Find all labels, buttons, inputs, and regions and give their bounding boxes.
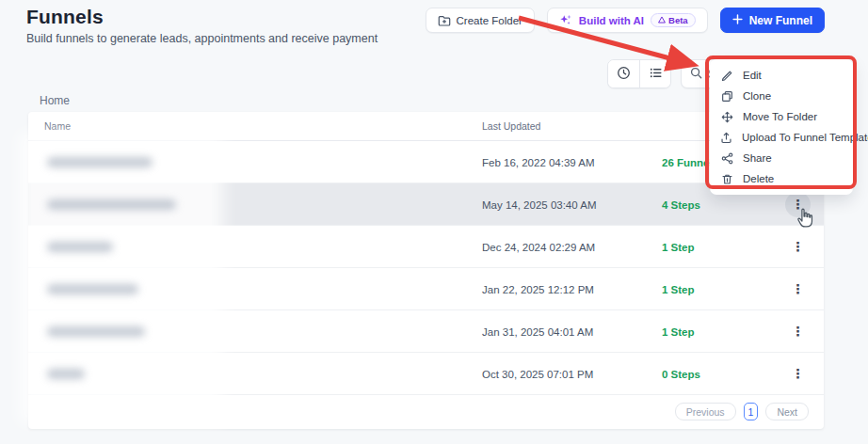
create-folder-button[interactable]: Create Folder xyxy=(426,8,535,33)
row-actions-cell: ⋮ xyxy=(772,319,824,344)
step-count-cell: 1 Step xyxy=(662,280,772,297)
last-updated-cell: Jan 31, 2025 04:01 AM xyxy=(482,323,662,340)
clone-icon xyxy=(720,90,733,103)
build-with-ai-button[interactable]: Build with AI Beta xyxy=(547,8,708,33)
row-menu-button[interactable]: ⋮ xyxy=(785,319,811,344)
share-icon xyxy=(720,152,733,165)
upload-icon xyxy=(720,132,732,144)
table-row[interactable]: May 14, 2025 03:40 AM 4 Steps ⋮ xyxy=(28,183,824,226)
list-view-button[interactable] xyxy=(639,60,670,87)
beta-badge-label: Beta xyxy=(668,16,688,25)
row-context-menu: Edit Clone Move To Folder Upload To Funn… xyxy=(710,59,853,195)
table-header-row: Name Last Updated xyxy=(28,112,824,141)
row-menu-button[interactable]: ⋮ xyxy=(785,361,811,387)
clock-icon xyxy=(617,66,631,83)
header-actions: Create Folder Build with AI Beta xyxy=(426,8,825,33)
trash-icon xyxy=(720,173,733,185)
step-count-cell: 1 Step xyxy=(662,323,772,340)
last-updated-cell: May 14, 2025 03:40 AM xyxy=(482,196,662,213)
pencil-icon xyxy=(720,70,733,82)
previous-page-button[interactable]: Previous xyxy=(675,403,736,420)
next-page-button[interactable]: Next xyxy=(765,403,809,420)
funnel-name-cell xyxy=(28,326,482,337)
table-row[interactable]: Jan 22, 2025 12:12 PM 1 Step ⋮ xyxy=(28,268,824,310)
step-count-cell: 4 Steps xyxy=(662,196,772,213)
funnel-name-cell xyxy=(28,369,482,379)
funnel-name-cell xyxy=(28,199,482,210)
folder-plus-icon xyxy=(438,14,451,27)
history-button[interactable] xyxy=(608,60,639,87)
row-actions-cell: ⋮ xyxy=(772,192,824,217)
list-icon xyxy=(649,66,663,83)
table-row[interactable]: Dec 24, 2024 02:29 AM 1 Step ⋮ xyxy=(28,226,824,268)
row-actions-cell: ⋮ xyxy=(772,234,824,260)
build-with-ai-label: Build with AI xyxy=(579,15,644,26)
last-updated-cell: Oct 30, 2025 07:01 PM xyxy=(482,365,662,382)
move-icon xyxy=(720,111,733,123)
funnel-name-cell xyxy=(28,242,482,252)
row-actions-cell: ⋮ xyxy=(772,361,824,387)
blurred-funnel-name xyxy=(47,369,85,379)
current-page-button[interactable]: 1 xyxy=(744,403,759,420)
column-header-name: Name xyxy=(28,120,482,132)
hand-cursor-icon xyxy=(794,206,815,232)
search-icon xyxy=(690,66,702,83)
new-funnel-button[interactable]: New Funnel xyxy=(720,8,825,33)
funnels-page: Funnels Build funnels to generate leads,… xyxy=(0,0,868,444)
breadcrumb: Home xyxy=(40,94,70,107)
row-actions-cell: ⋮ xyxy=(772,277,824,302)
menu-item-edit[interactable]: Edit xyxy=(710,65,853,86)
view-toggle-group xyxy=(607,59,671,88)
menu-item-delete[interactable]: Delete xyxy=(710,168,853,189)
table-row[interactable]: Feb 16, 2022 04:39 AM 26 Funnels ⋮ xyxy=(28,141,824,183)
menu-item-upload-to-funnel-templates[interactable]: Upload To Funnel Templates xyxy=(710,127,853,148)
column-header-last-updated: Last Updated xyxy=(482,120,662,132)
sparkles-icon xyxy=(559,13,572,27)
row-menu-button[interactable]: ⋮ xyxy=(785,277,811,302)
plus-icon xyxy=(732,14,743,27)
last-updated-cell: Dec 24, 2024 02:29 AM xyxy=(482,238,662,255)
step-count-cell: 1 Step xyxy=(662,238,772,255)
triangle-icon xyxy=(658,16,666,25)
last-updated-cell: Jan 22, 2025 12:12 PM xyxy=(482,280,662,297)
funnel-name-cell xyxy=(28,284,482,294)
page-title: Funnels xyxy=(26,6,104,28)
table-row[interactable]: Oct 30, 2025 07:01 PM 0 Steps ⋮ xyxy=(28,353,824,395)
table-row[interactable]: Jan 31, 2025 04:01 AM 1 Step ⋮ xyxy=(28,310,824,353)
menu-item-move-to-folder[interactable]: Move To Folder xyxy=(710,106,853,127)
funnel-name-cell xyxy=(28,157,482,167)
step-count-cell: 0 Steps xyxy=(662,365,772,382)
blurred-funnel-name xyxy=(47,157,153,167)
blurred-funnel-name xyxy=(47,326,145,337)
blurred-funnel-name xyxy=(47,242,113,252)
last-updated-cell: Feb 16, 2022 04:39 AM xyxy=(482,153,662,170)
row-menu-button[interactable]: ⋮ xyxy=(785,234,811,260)
blurred-funnel-name xyxy=(47,199,176,210)
new-funnel-label: New Funnel xyxy=(749,14,812,27)
create-folder-label: Create Folder xyxy=(457,15,522,26)
blurred-funnel-name xyxy=(47,284,138,294)
beta-badge: Beta xyxy=(651,13,696,28)
menu-item-clone[interactable]: Clone xyxy=(710,86,853,106)
funnels-table-card: Name Last Updated Feb 16, 2022 04:39 AM … xyxy=(28,112,824,429)
pagination: Previous 1 Next xyxy=(675,403,809,420)
menu-item-share[interactable]: Share xyxy=(710,148,853,168)
page-subtitle: Build funnels to generate leads, appoint… xyxy=(26,32,378,45)
table-body: Feb 16, 2022 04:39 AM 26 Funnels ⋮ May 1… xyxy=(28,141,824,395)
